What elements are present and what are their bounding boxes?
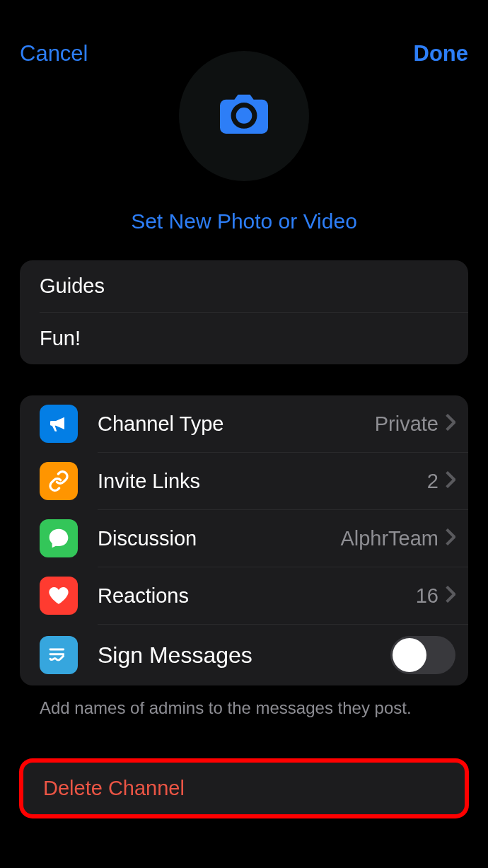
avatar-section: Set New Photo or Video <box>0 51 488 233</box>
delete-channel-button[interactable]: Delete Channel <box>20 759 468 818</box>
discussion-label: Discussion <box>98 527 340 550</box>
sign-messages-label: Sign Messages <box>98 642 390 669</box>
link-icon <box>40 462 78 500</box>
reactions-row[interactable]: Reactions 16 <box>20 567 468 624</box>
chevron-right-icon <box>446 414 455 434</box>
reactions-value: 16 <box>416 584 438 608</box>
chevron-right-icon <box>446 528 455 548</box>
channel-type-row[interactable]: Channel Type Private <box>20 395 468 452</box>
sign-messages-hint: Add names of admins to the messages they… <box>40 698 468 718</box>
invite-links-row[interactable]: Invite Links 2 <box>20 453 468 509</box>
set-photo-button[interactable]: Set New Photo or Video <box>131 209 357 233</box>
channel-type-value: Private <box>375 412 438 436</box>
discussion-value: AlphrTeam <box>340 527 438 550</box>
channel-type-label: Channel Type <box>98 412 375 436</box>
info-card: Guides Fun! <box>20 260 468 364</box>
channel-name-field[interactable]: Guides <box>20 260 468 312</box>
discussion-row[interactable]: Discussion AlphrTeam <box>20 510 468 567</box>
chevron-right-icon <box>446 471 455 491</box>
signature-icon <box>40 636 78 674</box>
delete-channel-label: Delete Channel <box>43 777 445 800</box>
invite-links-label: Invite Links <box>98 470 427 493</box>
channel-description-field[interactable]: Fun! <box>20 313 468 364</box>
sign-messages-toggle[interactable] <box>390 636 455 674</box>
settings-card: Channel Type Private Invite Links 2 Disc… <box>20 395 468 685</box>
megaphone-icon <box>40 405 78 443</box>
chat-bubble-icon <box>40 519 78 557</box>
reactions-label: Reactions <box>98 584 416 608</box>
toggle-knob <box>393 638 426 672</box>
heart-icon <box>40 577 78 615</box>
chevron-right-icon <box>446 586 455 606</box>
cancel-button[interactable]: Cancel <box>20 41 88 66</box>
done-button[interactable]: Done <box>414 41 469 66</box>
avatar-placeholder[interactable] <box>179 51 309 181</box>
sign-messages-row: Sign Messages <box>20 625 468 685</box>
camera-icon <box>220 93 268 139</box>
invite-links-value: 2 <box>427 470 438 493</box>
